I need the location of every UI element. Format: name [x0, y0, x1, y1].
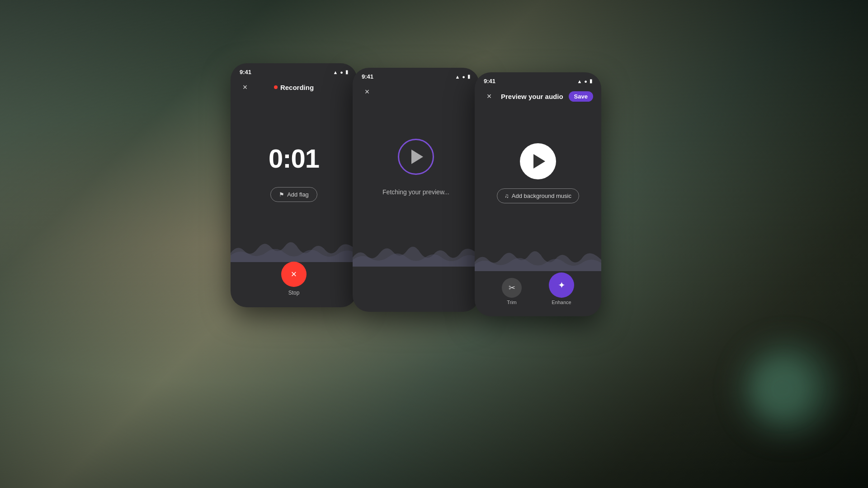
- signal-icon-3: ▲: [577, 79, 582, 84]
- status-icons-2: ▲ ● ▮: [455, 74, 470, 80]
- phone-fetching: 9:41 ▲ ● ▮ × Fetching your preview...: [353, 68, 479, 312]
- wifi-icon-1: ●: [340, 70, 343, 75]
- recording-timer: 0:01: [269, 143, 319, 174]
- trim-toolbar-item[interactable]: ✂ Trim: [502, 278, 522, 305]
- phone1-header: × Recording: [231, 77, 357, 98]
- enhance-toolbar-item[interactable]: ✦ Enhance: [549, 272, 574, 305]
- play-button-preview[interactable]: [520, 143, 556, 179]
- status-time-3: 9:41: [484, 78, 495, 84]
- status-time-1: 9:41: [240, 69, 251, 75]
- enhance-sparkle-icon: ✦: [558, 280, 566, 291]
- wifi-icon-2: ●: [462, 74, 465, 80]
- status-bar-1: 9:41 ▲ ● ▮: [231, 63, 357, 77]
- status-icons-1: ▲ ● ▮: [333, 69, 348, 75]
- add-flag-button[interactable]: ⚑ Add flag: [270, 187, 317, 202]
- status-bar-3: 9:41 ▲ ● ▮: [475, 72, 601, 86]
- wave-visualization-3: [475, 239, 601, 271]
- status-bar-2: 9:41 ▲ ● ▮: [353, 68, 479, 82]
- phone-preview: 9:41 ▲ ● ▮ × Preview your audio Save ♫ A…: [475, 72, 601, 316]
- flag-icon: ⚑: [279, 191, 284, 198]
- battery-icon-3: ▮: [590, 78, 592, 84]
- preview-title: Preview your audio: [501, 93, 563, 100]
- phone-recording: 9:41 ▲ ● ▮ × Recording 0:01 ⚑ Add: [231, 63, 357, 307]
- music-note-icon: ♫: [505, 192, 509, 199]
- battery-icon-1: ▮: [345, 69, 348, 75]
- scissors-icon: ✂: [509, 283, 515, 293]
- play-triangle-icon: [411, 150, 423, 164]
- bottom-toolbar: ✂ Trim ✦ Enhance: [475, 272, 601, 305]
- wave-visualization-2: [353, 235, 479, 267]
- enhance-icon-bg: ✦: [549, 272, 574, 298]
- recording-dot: [274, 85, 278, 89]
- stop-icon: ×: [291, 268, 297, 280]
- save-button[interactable]: Save: [569, 91, 593, 102]
- trim-icon-bg: ✂: [502, 278, 522, 298]
- battery-icon-2: ▮: [467, 74, 470, 80]
- trim-label: Trim: [507, 300, 517, 305]
- stop-label: Stop: [288, 290, 300, 296]
- close-button-1[interactable]: ×: [239, 81, 251, 94]
- stop-button[interactable]: ×: [281, 262, 307, 287]
- play-button-loading[interactable]: [398, 139, 434, 175]
- add-background-music-button[interactable]: ♫ Add background music: [497, 188, 579, 203]
- enhance-label: Enhance: [552, 300, 571, 305]
- stop-button-container: × Stop: [281, 262, 307, 296]
- status-time-2: 9:41: [362, 73, 373, 80]
- phone2-header: ×: [353, 82, 479, 103]
- close-button-3[interactable]: ×: [483, 90, 495, 103]
- signal-icon-2: ▲: [455, 74, 460, 80]
- wifi-icon-3: ●: [584, 79, 587, 84]
- play-icon: [533, 154, 545, 169]
- decorative-circle-inner: [755, 361, 809, 416]
- wave-visualization-1: [231, 230, 357, 262]
- signal-icon-1: ▲: [333, 70, 338, 75]
- phone3-header: × Preview your audio Save: [475, 86, 601, 107]
- fetching-text: Fetching your preview...: [382, 188, 449, 196]
- phones-container: 9:41 ▲ ● ▮ × Recording 0:01 ⚑ Add: [231, 63, 601, 316]
- recording-title: Recording: [274, 84, 314, 91]
- status-icons-3: ▲ ● ▮: [577, 78, 592, 84]
- close-button-2[interactable]: ×: [361, 85, 373, 98]
